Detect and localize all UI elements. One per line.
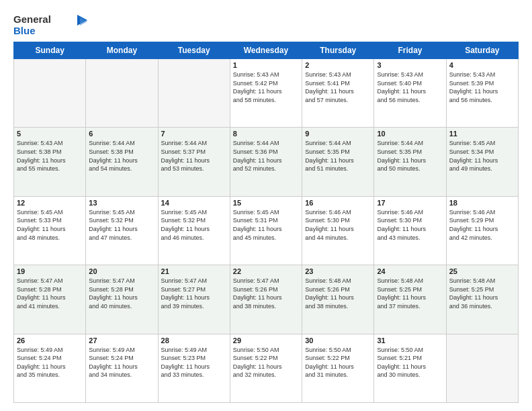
calendar-cell: 6Sunrise: 5:44 AMSunset: 5:38 PMDaylight… (86, 128, 158, 196)
logo-svg: General Blue (13, 12, 87, 38)
calendar-cell: 5Sunrise: 5:43 AMSunset: 5:38 PMDaylight… (14, 128, 86, 196)
calendar-cell: 18Sunrise: 5:46 AMSunset: 5:29 PMDayligh… (446, 196, 518, 265)
day-info: Sunrise: 5:47 AMSunset: 5:26 PMDaylight:… (233, 277, 299, 310)
calendar-cell: 7Sunrise: 5:44 AMSunset: 5:37 PMDaylight… (158, 128, 230, 196)
day-number: 17 (377, 199, 443, 207)
day-number: 7 (161, 130, 227, 138)
day-header-wednesday: Wednesday (230, 42, 302, 59)
day-header-monday: Monday (86, 42, 158, 59)
day-number: 15 (233, 199, 299, 207)
day-number: 1 (233, 61, 299, 69)
day-info: Sunrise: 5:45 AMSunset: 5:31 PMDaylight:… (233, 208, 299, 242)
day-info: Sunrise: 5:46 AMSunset: 5:30 PMDaylight:… (305, 208, 371, 242)
calendar-cell: 13Sunrise: 5:45 AMSunset: 5:32 PMDayligh… (86, 196, 158, 265)
day-number: 29 (233, 336, 299, 345)
day-info: Sunrise: 5:49 AMSunset: 5:24 PMDaylight:… (89, 346, 154, 379)
svg-text:Blue: Blue (13, 25, 36, 36)
calendar-cell: 17Sunrise: 5:46 AMSunset: 5:30 PMDayligh… (374, 196, 446, 265)
day-info: Sunrise: 5:48 AMSunset: 5:26 PMDaylight:… (305, 277, 371, 310)
day-info: Sunrise: 5:50 AMSunset: 5:22 PMDaylight:… (233, 346, 299, 379)
day-info: Sunrise: 5:45 AMSunset: 5:32 PMDaylight:… (89, 208, 154, 242)
calendar-cell: 14Sunrise: 5:45 AMSunset: 5:32 PMDayligh… (158, 196, 230, 265)
day-info: Sunrise: 5:45 AMSunset: 5:33 PMDaylight:… (17, 208, 83, 242)
header: General Blue (13, 12, 519, 38)
day-number: 12 (17, 199, 83, 207)
day-info: Sunrise: 5:50 AMSunset: 5:22 PMDaylight:… (305, 346, 371, 379)
day-header-thursday: Thursday (302, 42, 374, 59)
day-info: Sunrise: 5:50 AMSunset: 5:21 PMDaylight:… (377, 346, 443, 379)
day-header-sunday: Sunday (14, 42, 86, 59)
calendar-cell: 12Sunrise: 5:45 AMSunset: 5:33 PMDayligh… (14, 196, 86, 265)
day-number: 28 (161, 336, 227, 345)
day-number: 10 (377, 130, 443, 138)
day-number: 18 (449, 199, 515, 207)
day-number: 6 (89, 130, 154, 138)
day-info: Sunrise: 5:43 AMSunset: 5:42 PMDaylight:… (233, 71, 299, 104)
calendar-cell: 9Sunrise: 5:44 AMSunset: 5:35 PMDaylight… (302, 128, 374, 196)
day-info: Sunrise: 5:47 AMSunset: 5:28 PMDaylight:… (89, 277, 154, 310)
day-info: Sunrise: 5:49 AMSunset: 5:24 PMDaylight:… (17, 346, 83, 379)
calendar-cell: 25Sunrise: 5:48 AMSunset: 5:25 PMDayligh… (446, 265, 518, 334)
calendar-cell: 2Sunrise: 5:43 AMSunset: 5:41 PMDaylight… (302, 59, 374, 128)
calendar-cell: 19Sunrise: 5:47 AMSunset: 5:28 PMDayligh… (14, 265, 86, 334)
day-number: 23 (305, 267, 371, 275)
day-info: Sunrise: 5:43 AMSunset: 5:40 PMDaylight:… (377, 71, 443, 104)
day-number: 21 (161, 267, 227, 275)
day-info: Sunrise: 5:43 AMSunset: 5:38 PMDaylight:… (17, 139, 83, 173)
day-number: 11 (449, 130, 515, 138)
calendar-cell: 8Sunrise: 5:44 AMSunset: 5:36 PMDaylight… (230, 128, 302, 196)
calendar-cell: 28Sunrise: 5:49 AMSunset: 5:23 PMDayligh… (158, 334, 230, 402)
calendar-cell: 11Sunrise: 5:45 AMSunset: 5:34 PMDayligh… (446, 128, 518, 196)
calendar-cell: 16Sunrise: 5:46 AMSunset: 5:30 PMDayligh… (302, 196, 374, 265)
calendar-cell: 10Sunrise: 5:44 AMSunset: 5:35 PMDayligh… (374, 128, 446, 196)
day-info: Sunrise: 5:44 AMSunset: 5:35 PMDaylight:… (377, 139, 443, 173)
day-number: 31 (377, 336, 443, 345)
day-info: Sunrise: 5:43 AMSunset: 5:41 PMDaylight:… (305, 71, 371, 104)
day-number: 19 (17, 267, 83, 275)
calendar-cell: 30Sunrise: 5:50 AMSunset: 5:22 PMDayligh… (302, 334, 374, 402)
day-info: Sunrise: 5:43 AMSunset: 5:39 PMDaylight:… (449, 71, 515, 104)
calendar: SundayMondayTuesdayWednesdayThursdayFrid… (13, 42, 519, 403)
day-number: 14 (161, 199, 227, 207)
day-number: 20 (89, 267, 154, 275)
logo: General Blue (13, 12, 87, 38)
day-info: Sunrise: 5:46 AMSunset: 5:30 PMDaylight:… (377, 208, 443, 242)
day-number: 25 (449, 267, 515, 275)
calendar-cell: 31Sunrise: 5:50 AMSunset: 5:21 PMDayligh… (374, 334, 446, 402)
day-info: Sunrise: 5:44 AMSunset: 5:36 PMDaylight:… (233, 139, 299, 173)
calendar-cell: 24Sunrise: 5:48 AMSunset: 5:25 PMDayligh… (374, 265, 446, 334)
page: General Blue SundayMondayTuesdayWednesda… (0, 0, 532, 411)
day-number: 9 (305, 130, 371, 138)
day-header-tuesday: Tuesday (158, 42, 230, 59)
day-info: Sunrise: 5:47 AMSunset: 5:27 PMDaylight:… (161, 277, 227, 310)
day-info: Sunrise: 5:44 AMSunset: 5:35 PMDaylight:… (305, 139, 371, 173)
day-info: Sunrise: 5:45 AMSunset: 5:32 PMDaylight:… (161, 208, 227, 242)
calendar-cell (14, 59, 86, 128)
day-header-saturday: Saturday (446, 42, 518, 59)
day-info: Sunrise: 5:44 AMSunset: 5:38 PMDaylight:… (89, 139, 154, 173)
day-number: 22 (233, 267, 299, 275)
day-header-friday: Friday (374, 42, 446, 59)
day-number: 5 (17, 130, 83, 138)
day-number: 4 (449, 61, 515, 69)
day-number: 24 (377, 267, 443, 275)
calendar-cell (86, 59, 158, 128)
calendar-cell: 15Sunrise: 5:45 AMSunset: 5:31 PMDayligh… (230, 196, 302, 265)
day-info: Sunrise: 5:47 AMSunset: 5:28 PMDaylight:… (17, 277, 83, 310)
svg-text:General: General (13, 13, 51, 25)
day-info: Sunrise: 5:48 AMSunset: 5:25 PMDaylight:… (449, 277, 515, 310)
calendar-cell: 29Sunrise: 5:50 AMSunset: 5:22 PMDayligh… (230, 334, 302, 402)
calendar-cell: 20Sunrise: 5:47 AMSunset: 5:28 PMDayligh… (86, 265, 158, 334)
day-number: 16 (305, 199, 371, 207)
day-number: 3 (377, 61, 443, 69)
day-info: Sunrise: 5:44 AMSunset: 5:37 PMDaylight:… (161, 139, 227, 173)
day-info: Sunrise: 5:48 AMSunset: 5:25 PMDaylight:… (377, 277, 443, 310)
calendar-cell: 4Sunrise: 5:43 AMSunset: 5:39 PMDaylight… (446, 59, 518, 128)
calendar-cell: 26Sunrise: 5:49 AMSunset: 5:24 PMDayligh… (14, 334, 86, 402)
day-number: 30 (305, 336, 371, 345)
calendar-cell: 1Sunrise: 5:43 AMSunset: 5:42 PMDaylight… (230, 59, 302, 128)
day-number: 8 (233, 130, 299, 138)
day-number: 26 (17, 336, 83, 345)
calendar-cell: 22Sunrise: 5:47 AMSunset: 5:26 PMDayligh… (230, 265, 302, 334)
day-info: Sunrise: 5:45 AMSunset: 5:34 PMDaylight:… (449, 139, 515, 173)
